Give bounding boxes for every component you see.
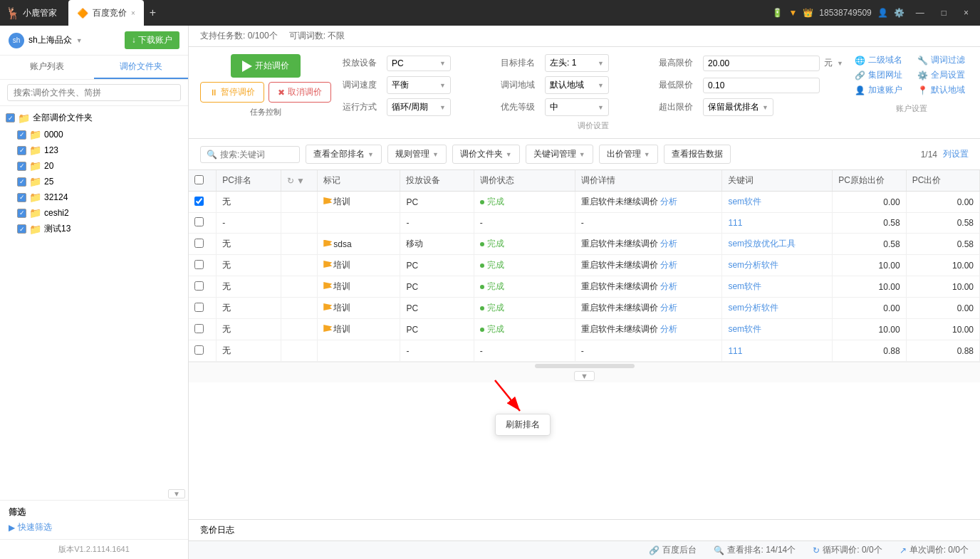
item-checkbox[interactable]: ✓ (17, 224, 26, 234)
list-item[interactable]: ✓ 📁 32124 (0, 189, 188, 205)
row-ranking: 无 (217, 255, 281, 276)
col-header-device: 投放设备 (400, 170, 474, 192)
root-checkbox[interactable]: ✓ (6, 113, 15, 122)
list-item[interactable]: ✓ 📁 20 (0, 158, 188, 174)
app-logo: 🦌 小鹿管家 (6, 6, 57, 20)
exceed-price-select[interactable]: 保留最优排名 ▼ (703, 98, 773, 116)
report-data-button[interactable]: 查看报告数据 (664, 145, 731, 164)
view-all-rankings-button[interactable]: 查看全部排名 ▼ (306, 145, 382, 164)
ranking-status[interactable]: 🔍 查看排名: 14/14个 (714, 544, 796, 556)
item-checkbox[interactable]: ✓ (17, 130, 26, 140)
scroll-down-button[interactable]: ▼ (574, 371, 595, 381)
keyword-search-input[interactable] (220, 150, 298, 160)
item-checkbox[interactable]: ✓ (17, 162, 26, 171)
row-checkbox[interactable] (194, 260, 204, 269)
row-price: 0.00 (906, 298, 979, 319)
single-status[interactable]: ↗ 单次调价: 0/0个 (900, 544, 969, 556)
row-keyword[interactable]: sem软件 (722, 192, 833, 213)
detail-link[interactable]: 分析 (660, 324, 677, 334)
row-checkbox[interactable] (194, 239, 204, 248)
default-region-link[interactable]: 📍 默认地域 (917, 84, 969, 96)
detail-link[interactable]: 分析 (660, 281, 677, 291)
pause-button[interactable]: ⏸ 暂停调价 (200, 82, 264, 103)
ranking-select[interactable]: 左头: 1 ▼ (545, 54, 609, 72)
boost-account-link[interactable]: 👤 加速账户 (855, 84, 906, 96)
sidebar-search-input[interactable] (7, 84, 181, 101)
unit-dropdown-icon[interactable]: ▼ (837, 60, 843, 67)
mode-select[interactable]: 循环/周期 ▼ (387, 98, 451, 116)
item-checkbox[interactable]: ✓ (17, 146, 26, 155)
row-keyword[interactable]: sem分析软件 (722, 298, 833, 319)
tab-close-icon[interactable]: × (131, 9, 135, 17)
detail-link[interactable]: 分析 (660, 197, 677, 207)
device-select[interactable]: PC ▼ (387, 56, 451, 71)
row-checkbox[interactable] (194, 197, 204, 206)
task-control-label: 任务控制 (250, 107, 281, 117)
tab-account-list[interactable]: 账户列表 (0, 56, 94, 79)
row-checkbox[interactable] (194, 281, 204, 291)
item-checkbox[interactable]: ✓ (17, 209, 26, 218)
row-checkbox[interactable] (194, 303, 204, 312)
list-item[interactable]: ✓ 📁 测试13 (0, 221, 188, 237)
list-item[interactable]: ✓ 📁 0000 (0, 127, 188, 142)
bid-management-button[interactable]: 出价管理 ▼ (599, 145, 658, 164)
detail-link[interactable]: 分析 (660, 303, 677, 313)
add-tab-button[interactable]: + (150, 6, 156, 19)
row-checkbox[interactable] (194, 345, 204, 355)
price-folder-button[interactable]: 调价文件夹 ▼ (452, 145, 520, 164)
user-dropdown-icon[interactable]: ▼ (76, 37, 83, 44)
global-settings-link[interactable]: ⚙️ 全局设置 (917, 69, 969, 81)
sidebar-scroll-btn[interactable]: ▼ (168, 489, 185, 498)
filter-icon[interactable]: ▼ (296, 176, 305, 186)
region-select[interactable]: 默认地域 ▼ (545, 76, 609, 94)
row-ranking: 无 (217, 319, 281, 340)
item-checkbox[interactable]: ✓ (17, 177, 26, 187)
priority-select[interactable]: 中 ▼ (545, 98, 609, 116)
column-settings-button[interactable]: 列设置 (943, 148, 969, 160)
list-item[interactable]: ✓ 📁 ceshi2 (0, 205, 188, 221)
detail-link[interactable]: 分析 (660, 260, 677, 270)
download-account-button[interactable]: ↓ 下载账户 (125, 31, 179, 49)
settings-icon[interactable]: ⚙️ (894, 8, 905, 18)
filter-link[interactable]: 🔧 调词过滤 (917, 54, 969, 66)
tab-price-folder[interactable]: 调价文件夹 (94, 56, 188, 79)
row-price: 0.00 (906, 192, 979, 213)
min-price-input[interactable] (703, 78, 820, 93)
filter-title: 筛选 (9, 506, 179, 518)
row-keyword[interactable]: 111 (722, 213, 833, 234)
max-price-input[interactable] (703, 56, 820, 71)
row-checkbox[interactable] (194, 324, 204, 333)
item-checkbox[interactable]: ✓ (17, 193, 26, 202)
list-item[interactable]: ✓ 📁 123 (0, 142, 188, 158)
detail-link[interactable]: 分析 (660, 239, 677, 249)
minimize-button[interactable]: — (910, 8, 930, 18)
window-close-button[interactable]: × (958, 8, 974, 18)
row-orig-price: 0.58 (833, 213, 906, 234)
refresh-icon[interactable]: ↻ (287, 176, 294, 186)
row-keyword[interactable]: sem分析软件 (722, 255, 833, 276)
baidu-backend-link[interactable]: 🔗 百度后台 (649, 544, 697, 556)
row-keyword[interactable]: sem软件 (722, 276, 833, 298)
main-tab[interactable]: 🔶 百度竞价 × (68, 0, 144, 26)
quick-filter-button[interactable]: ▶ 快速筛选 (9, 521, 179, 533)
list-item[interactable]: ✓ 📁 25 (0, 174, 188, 189)
start-button[interactable]: 开始调价 (231, 54, 301, 78)
row-mark (318, 340, 400, 362)
rules-management-button[interactable]: 规则管理 ▼ (387, 145, 447, 164)
row-keyword[interactable]: 111 (722, 340, 833, 362)
scroll-thumb[interactable] (535, 364, 635, 368)
select-all-checkbox[interactable] (194, 175, 204, 184)
speed-select[interactable]: 平衡 ▼ (387, 76, 451, 94)
col-header-checkbox (189, 170, 217, 192)
group-link[interactable]: 🔗 集团网址 (855, 69, 906, 81)
row-checkbox[interactable] (194, 217, 204, 226)
domain-link[interactable]: 🌐 二级域名 (855, 54, 906, 66)
tree-root[interactable]: ✓ 📁 全部调价文件夹 (0, 109, 188, 127)
cycle-status[interactable]: ↻ 循环调价: 0/0个 (813, 544, 882, 556)
cancel-button[interactable]: ✖ 取消调价 (269, 82, 331, 103)
setting-region: 调词地域 默认地域 ▼ (501, 76, 647, 94)
row-keyword[interactable]: sem投放优化工具 (722, 234, 833, 255)
maximize-button[interactable]: □ (936, 8, 952, 18)
keyword-management-button[interactable]: 关键词管理 ▼ (526, 145, 593, 164)
row-keyword[interactable]: sem软件 (722, 319, 833, 340)
